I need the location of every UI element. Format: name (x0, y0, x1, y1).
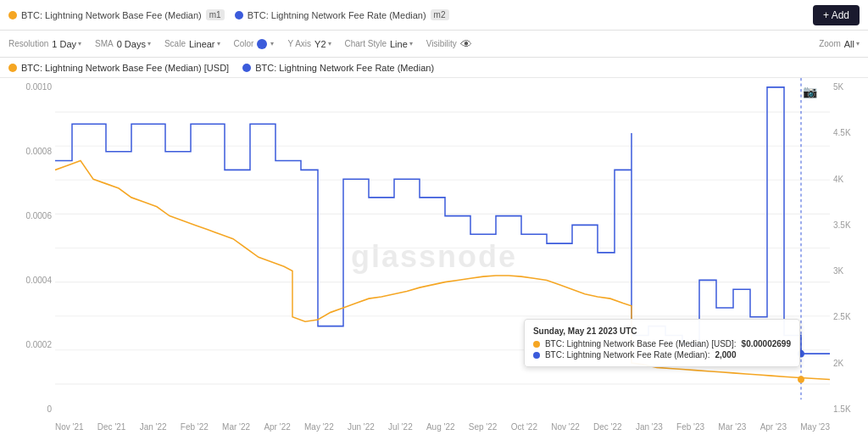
scale-select[interactable]: Linear ▾ (189, 39, 220, 49)
chartstyle-control: Chart Style Line ▾ (345, 39, 413, 49)
chartstyle-label: Chart Style (345, 39, 387, 48)
visibility-control: Visibility 👁 (426, 37, 472, 51)
zoom-label-text: Zoom (819, 39, 841, 48)
resolution-select[interactable]: 1 Day ▾ (52, 39, 81, 49)
series1-chart-label: BTC: Lightning Network Base Fee (Median)… (21, 63, 229, 73)
sma-chevron: ▾ (147, 40, 151, 47)
yaxis-label: Y Axis (287, 39, 311, 48)
series1-dot (8, 11, 17, 20)
visibility-label: Visibility (426, 39, 457, 48)
tooltip-row2-label: BTC: Lightning Network Fee Rate (Median)… (545, 350, 710, 360)
sma-label: SMA (95, 39, 114, 48)
series2-legend[interactable]: BTC: Lightning Network Fee Rate (Median)… (235, 9, 449, 20)
chartstyle-select[interactable]: Line ▾ (390, 39, 413, 49)
yaxis-select[interactable]: Y2 ▾ (314, 39, 331, 49)
series1-label: BTC: Lightning Network Base Fee (Median) (21, 10, 202, 20)
tooltip-row1: BTC: Lightning Network Base Fee (Median)… (533, 339, 791, 349)
scale-label: Scale (164, 39, 186, 48)
top-bar: BTC: Lightning Network Base Fee (Median)… (0, 0, 868, 31)
zoom-control: Zoom All ▾ (819, 39, 860, 49)
chartstyle-chevron: ▾ (409, 40, 413, 47)
yaxis-chevron: ▾ (328, 40, 331, 47)
orange-tooltip-dot (798, 376, 804, 383)
controls-bar: Resolution 1 Day ▾ SMA 0 Days ▾ Scale Li… (0, 31, 868, 58)
series2-chart-legend: BTC: Lightning Network Fee Rate (Median) (242, 63, 434, 73)
x-axis: Nov '21 Dec '21 Jan '22 Feb '22 Mar '22 … (55, 418, 830, 435)
series2-legend-dot (242, 64, 251, 72)
tooltip-title: Sunday, May 21 2023 UTC (533, 326, 791, 336)
scale-chevron: ▾ (217, 40, 220, 47)
sma-control: SMA 0 Days ▾ (95, 39, 151, 49)
color-control: Color ▾ (234, 39, 275, 49)
series1-legend-dot (8, 64, 17, 72)
blue-series (55, 87, 830, 354)
tooltip-dot-blue (533, 352, 540, 359)
eye-icon[interactable]: 👁 (460, 37, 472, 51)
series2-badge: m2 (431, 9, 449, 20)
resolution-control: Resolution 1 Day ▾ (8, 39, 81, 49)
color-chevron: ▾ (270, 40, 274, 47)
series1-badge: m1 (206, 9, 225, 20)
tooltip-row2: BTC: Lightning Network Fee Rate (Median)… (533, 350, 791, 360)
legend-items: BTC: Lightning Network Base Fee (Median)… (8, 9, 813, 20)
tooltip-row1-value: $0.00002699 (742, 339, 791, 349)
sma-select[interactable]: 0 Days ▾ (117, 39, 151, 49)
tooltip-row1-label: BTC: Lightning Network Base Fee (Median)… (545, 339, 737, 349)
yaxis-control: Y Axis Y2 ▾ (287, 39, 331, 49)
color-dot-select[interactable] (257, 39, 267, 49)
scale-control: Scale Linear ▾ (164, 39, 220, 49)
add-button[interactable]: + Add (813, 5, 860, 25)
series1-legend[interactable]: BTC: Lightning Network Base Fee (Median)… (8, 9, 225, 20)
resolution-label: Resolution (8, 39, 48, 48)
tooltip: Sunday, May 21 2023 UTC BTC: Lightning N… (524, 319, 800, 367)
series2-dot (235, 11, 243, 20)
tooltip-row2-value: 2,000 (715, 350, 736, 360)
series2-chart-label: BTC: Lightning Network Fee Rate (Median) (255, 63, 434, 73)
chart-area[interactable]: glassnode 📷 0.0010 0.0008 0.0006 0.0004 … (0, 78, 868, 435)
zoom-select[interactable]: All ▾ (844, 39, 860, 49)
series-legend: BTC: Lightning Network Base Fee (Median)… (0, 58, 868, 78)
y-axis-right: 5K 4.5K 4K 3.5K 3K 2.5K 2K 1.5K (830, 78, 868, 418)
series2-label: BTC: Lightning Network Fee Rate (Median) (248, 10, 426, 20)
y-axis-left: 0.0010 0.0008 0.0006 0.0004 0.0002 0 (0, 78, 55, 418)
series1-chart-legend: BTC: Lightning Network Base Fee (Median)… (8, 63, 229, 73)
zoom-chevron: ▾ (856, 40, 860, 47)
resolution-chevron: ▾ (78, 40, 81, 47)
tooltip-dot-orange (533, 341, 540, 348)
color-label: Color (234, 39, 254, 48)
